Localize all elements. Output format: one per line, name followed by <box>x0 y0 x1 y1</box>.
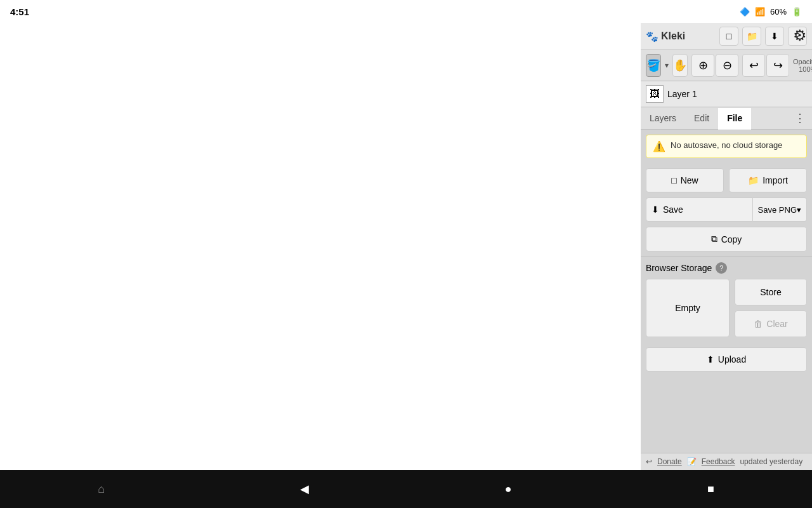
feedback-icon: 📝 <box>687 457 697 466</box>
clear-icon: 🗑 <box>754 319 763 329</box>
clear-label: Clear <box>766 319 787 329</box>
new-canvas-button[interactable]: □ <box>719 27 738 46</box>
opacity-display: Opacity 100% <box>793 58 812 73</box>
browser-storage-help-icon[interactable]: ? <box>716 262 727 274</box>
status-icons: 🔷 📶 60% 🔋 <box>740 7 802 17</box>
android-home-circle[interactable]: ● <box>505 483 512 496</box>
copy-button[interactable]: ⧉ Copy <box>646 227 807 251</box>
status-time: 4:51 <box>10 6 29 17</box>
save-icon: ⬇ <box>652 204 659 215</box>
browser-storage-header: Browser Storage ? <box>646 262 807 274</box>
hand-icon: ✋ <box>673 58 687 72</box>
layer-thumbnail[interactable]: 🖼 <box>646 85 664 103</box>
wifi-icon: 📶 <box>755 7 765 17</box>
kleki-logo-text: Kleki <box>661 30 685 42</box>
history-group: ↩ ↪ <box>742 54 789 77</box>
store-button[interactable]: Store <box>735 279 807 305</box>
fill-tool-button[interactable]: 🪣 <box>646 54 661 77</box>
layer-row: 🖼 Layer 1 <box>641 81 812 107</box>
panel-footer: ↩ Donate 📝 Feedback updated yesterday <box>641 453 812 470</box>
canvas-area[interactable] <box>0 23 641 470</box>
save-button[interactable]: ⬇ Save <box>646 197 753 222</box>
zoom-out-icon: ⊖ <box>723 58 732 72</box>
donate-link[interactable]: Donate <box>657 457 682 466</box>
tool-row: 🪣 ▾ ✋ ⊕ ⊖ ↩ ↪ Opacity 100% <box>641 50 812 81</box>
undo-icon: ↩ <box>749 58 759 72</box>
browser-storage-section: Browser Storage ? Empty Store 🗑 Clear <box>641 257 812 342</box>
new-label: New <box>681 175 698 185</box>
store-clear-group: Store 🗑 Clear <box>735 279 807 337</box>
new-button[interactable]: □ New <box>646 168 724 192</box>
save-format-dropdown[interactable]: Save PNG▾ <box>753 197 807 222</box>
tab-edit[interactable]: Edit <box>685 108 718 128</box>
copy-icon: ⧉ <box>711 234 717 244</box>
zoom-in-button[interactable]: ⊕ <box>691 54 714 77</box>
copy-row: ⧉ Copy <box>646 227 807 251</box>
empty-button[interactable]: Empty <box>646 279 730 337</box>
zoom-group: ⊕ ⊖ <box>691 54 738 77</box>
save-label: Save <box>663 204 683 215</box>
storage-buttons-row: Empty Store 🗑 Clear <box>646 279 807 337</box>
clear-button[interactable]: 🗑 Clear <box>735 311 807 337</box>
battery-icon: 🔋 <box>792 7 802 17</box>
tab-file[interactable]: File <box>718 108 751 130</box>
warning-banner: ⚠️ No autosave, no cloud storage <box>646 135 807 158</box>
download-button[interactable]: ⬇ <box>765 27 784 46</box>
android-back-icon[interactable]: ◀ <box>300 482 309 496</box>
android-home-icon[interactable]: ⌂ <box>98 483 105 496</box>
tab-row: Layers Edit File ⋮ <box>641 107 812 130</box>
bluetooth-icon: 🔷 <box>740 7 750 17</box>
move-tool-button[interactable]: ✋ <box>672 54 688 77</box>
import-label: Import <box>763 175 788 185</box>
updated-text: updated yesterday <box>740 457 802 466</box>
tab-layers[interactable]: Layers <box>641 108 685 128</box>
save-row: ⬇ Save Save PNG▾ <box>646 197 807 222</box>
android-recent-icon[interactable]: ■ <box>707 483 714 496</box>
tool-dropdown-button[interactable]: ▾ <box>665 61 669 70</box>
zoom-out-button[interactable]: ⊖ <box>716 54 738 77</box>
save-format-label: Save PNG▾ <box>758 205 801 215</box>
warning-text: No autosave, no cloud storage <box>671 140 782 150</box>
import-icon: 📁 <box>748 175 759 185</box>
layer-name: Layer 1 <box>667 89 807 99</box>
file-panel-content: □ New 📁 Import ⬇ Save Save PNG▾ <box>641 163 812 257</box>
tab-more-button[interactable]: ⋮ <box>788 107 812 129</box>
canvas-background <box>0 23 641 470</box>
upload-label: Upload <box>718 354 746 364</box>
redo-icon: ↪ <box>773 58 783 72</box>
redo-button[interactable]: ↪ <box>766 54 789 77</box>
gear-icon: ⚙ <box>793 27 807 44</box>
settings-gear-button[interactable]: ⚙ <box>793 27 807 44</box>
upload-icon: ⬆ <box>707 354 714 364</box>
panel-toolbar: 🐾 Kleki □ 📁 ⬇ ? <box>641 23 812 50</box>
new-import-row: □ New 📁 Import <box>646 168 807 192</box>
layer-thumb-icon: 🖼 <box>650 88 660 100</box>
browser-storage-label: Browser Storage <box>646 263 712 273</box>
import-button-file[interactable]: 📁 Import <box>729 168 807 192</box>
upload-button[interactable]: ⬆ Upload <box>646 347 807 371</box>
android-nav-bar: ⌂ ◀ ● ■ <box>0 470 812 508</box>
import-button[interactable]: 📁 <box>742 27 761 46</box>
undo-button[interactable]: ↩ <box>742 54 765 77</box>
kleki-logo-icon: 🐾 <box>646 30 658 43</box>
status-bar: 4:51 🔷 📶 60% 🔋 <box>0 0 812 23</box>
copy-label: Copy <box>721 234 742 244</box>
undo-footer-icon: ↩ <box>646 457 652 466</box>
right-panel: 🐾 Kleki □ 📁 ⬇ ? 🪣 ▾ ✋ ⊕ ⊖ ↩ <box>641 23 812 470</box>
kleki-logo: 🐾 Kleki <box>646 30 685 43</box>
battery-text: 60% <box>770 7 787 17</box>
save-group: ⬇ Save Save PNG▾ <box>646 197 807 222</box>
store-label: Store <box>760 287 781 297</box>
zoom-in-icon: ⊕ <box>698 58 708 72</box>
feedback-link[interactable]: Feedback <box>702 457 735 466</box>
new-icon: □ <box>671 175 676 185</box>
empty-label: Empty <box>675 303 700 313</box>
fill-icon: 🪣 <box>646 58 660 72</box>
warning-icon: ⚠️ <box>653 140 665 152</box>
